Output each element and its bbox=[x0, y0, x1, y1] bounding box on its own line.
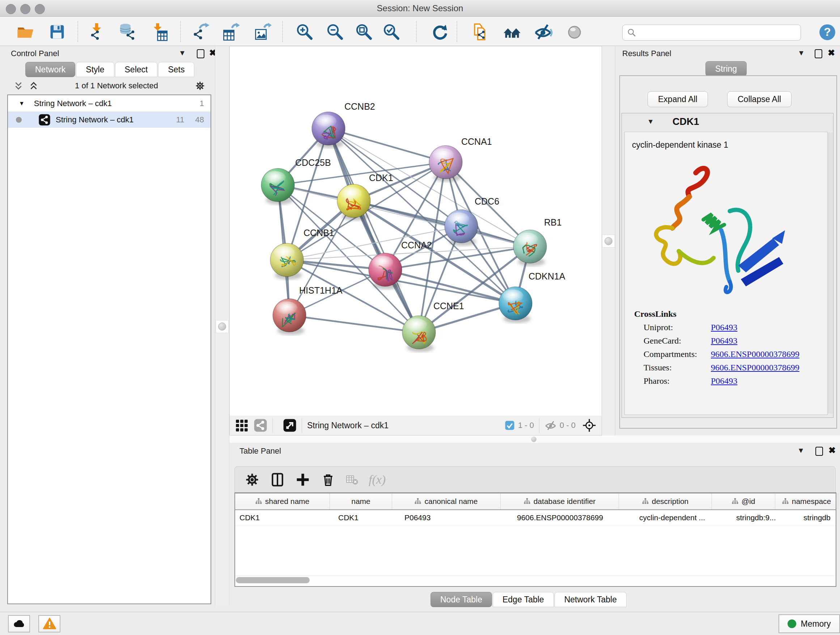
network-collection-row[interactable]: ▼ String Network – cdk1 1 bbox=[8, 95, 210, 111]
column-header-database-identifier[interactable]: database identifier bbox=[501, 494, 619, 509]
export-table-icon[interactable] bbox=[221, 22, 240, 41]
left-splitter-handle[interactable] bbox=[216, 320, 229, 333]
zoom-in-icon[interactable] bbox=[295, 22, 314, 41]
show-all-icon[interactable] bbox=[565, 22, 584, 41]
node-CDC25B[interactable]: CDC25B bbox=[261, 157, 331, 204]
table-cell: CDK1 bbox=[334, 510, 400, 525]
column-header-shared-name[interactable]: shared name bbox=[235, 494, 330, 509]
open-session-icon[interactable] bbox=[16, 22, 35, 41]
network-row[interactable]: String Network – cdk1 11 48 bbox=[8, 111, 210, 128]
tab-node-table[interactable]: Node Table bbox=[431, 592, 492, 607]
node-CDC6[interactable]: CDC6 bbox=[445, 196, 499, 246]
crosslink-row: Compartments: 9606.ENSP00000378699 bbox=[644, 349, 827, 359]
hide-selected-icon[interactable] bbox=[534, 22, 553, 41]
delete-column-icon[interactable] bbox=[320, 472, 336, 488]
node-label-CDK1: CDK1 bbox=[369, 173, 393, 183]
results-scrollbar[interactable] bbox=[829, 133, 833, 413]
node-table: shared namenamecanonical namedatabase id… bbox=[234, 492, 836, 587]
tab-select[interactable]: Select bbox=[115, 62, 158, 77]
control-panel-float-icon[interactable] bbox=[197, 49, 204, 58]
control-panel-collapse-icon[interactable]: ▼ bbox=[179, 49, 186, 57]
add-column-icon[interactable] bbox=[295, 472, 311, 488]
collapse-all-button[interactable]: Collapse All bbox=[727, 91, 791, 107]
grid-mode-icon[interactable] bbox=[235, 418, 248, 432]
selected-checkbox-icon[interactable] bbox=[504, 420, 515, 431]
tab-network-table[interactable]: Network Table bbox=[554, 592, 627, 607]
edge-HIST1H1A-CCNE1[interactable] bbox=[289, 315, 419, 333]
tab-network[interactable]: Network bbox=[25, 62, 75, 77]
duplicate-network-icon[interactable] bbox=[470, 22, 489, 41]
delete-table-icon bbox=[346, 473, 358, 486]
warning-button[interactable] bbox=[38, 615, 60, 632]
search-icon bbox=[627, 28, 636, 37]
warning-icon bbox=[43, 617, 57, 631]
node-label-CCNE1: CCNE1 bbox=[433, 301, 464, 311]
collection-expand-icon[interactable]: ▼ bbox=[19, 100, 25, 107]
node-table-body: CDK1CDK1P064939606.ENSP00000378699cyclin… bbox=[235, 510, 836, 526]
node-HIST1H1A[interactable]: HIST1H1A bbox=[273, 285, 343, 335]
first-neighbors-icon[interactable] bbox=[503, 22, 522, 41]
table-scrollbar-thumb[interactable] bbox=[236, 577, 309, 583]
expand-all-button[interactable]: Expand All bbox=[647, 91, 708, 107]
crosslink-link[interactable]: P06493 bbox=[711, 376, 737, 386]
zoom-selected-icon[interactable] bbox=[382, 22, 401, 41]
results-panel-collapse-icon[interactable]: ▼ bbox=[798, 49, 805, 57]
node-CCNB2[interactable]: CCNB2 bbox=[312, 101, 375, 148]
tab-string[interactable]: String bbox=[706, 61, 747, 76]
node-CDKN1A[interactable]: CDKN1A bbox=[499, 271, 565, 323]
import-table-icon[interactable] bbox=[150, 22, 169, 41]
import-database-icon[interactable] bbox=[118, 22, 137, 41]
crosslink-link[interactable]: 9606.ENSP00000378699 bbox=[711, 349, 799, 359]
save-session-icon[interactable] bbox=[48, 22, 66, 41]
column-header-namespace[interactable]: namespace bbox=[775, 494, 838, 509]
results-panel-float-icon[interactable] bbox=[815, 49, 822, 58]
search-field[interactable] bbox=[622, 25, 801, 41]
column-header-description[interactable]: description bbox=[619, 494, 712, 509]
network-mode-icon[interactable] bbox=[254, 418, 267, 432]
tab-style[interactable]: Style bbox=[76, 62, 114, 77]
table-horizontal-scrollbar[interactable] bbox=[235, 576, 834, 585]
refresh-icon[interactable] bbox=[431, 22, 449, 41]
tab-sets[interactable]: Sets bbox=[158, 62, 194, 77]
expand-all-icon[interactable] bbox=[29, 81, 38, 90]
memory-button[interactable]: Memory bbox=[778, 614, 840, 633]
cdk1-collapse-icon[interactable]: ▼ bbox=[647, 118, 654, 126]
table-row[interactable]: CDK1CDK1P064939606.ENSP00000378699cyclin… bbox=[235, 510, 836, 526]
export-image-icon[interactable] bbox=[253, 22, 272, 41]
horizontal-splitter-handle[interactable] bbox=[531, 437, 537, 442]
network-canvas[interactable]: CCNB2CCNA1CDC25BCDK1CDC6RB1CCNB1CCNA2CDK… bbox=[229, 46, 602, 416]
column-header--id[interactable]: @id bbox=[712, 494, 775, 509]
table-panel-float-icon[interactable] bbox=[815, 447, 823, 456]
table-options-gear-icon[interactable] bbox=[244, 472, 260, 488]
table-cell: cyclin-dependent ... bbox=[635, 510, 732, 525]
export-network-icon[interactable] bbox=[191, 22, 210, 41]
table-panel-collapse-icon[interactable]: ▼ bbox=[797, 447, 805, 455]
import-network-icon[interactable] bbox=[87, 22, 106, 41]
collapse-all-icon[interactable] bbox=[14, 81, 23, 90]
results-panel-close-icon[interactable]: ✖ bbox=[828, 48, 835, 58]
table-panel-close-icon[interactable]: ✖ bbox=[829, 445, 836, 455]
column-header-canonical-name[interactable]: canonical name bbox=[392, 494, 501, 509]
network-graph[interactable]: CCNB2CCNA1CDC25BCDK1CDC6RB1CCNB1CCNA2CDK… bbox=[230, 46, 602, 416]
edge-CCNB2-CCNE1[interactable] bbox=[328, 128, 419, 333]
cloud-button[interactable] bbox=[8, 615, 30, 632]
crosslink-link[interactable]: 9606.ENSP00000378699 bbox=[711, 363, 799, 372]
network-options-gear-icon[interactable] bbox=[195, 80, 205, 91]
show-columns-icon[interactable] bbox=[270, 472, 286, 488]
help-button[interactable]: ? bbox=[818, 23, 836, 41]
table-toolbar: f(x) bbox=[234, 466, 836, 493]
crosslink-link[interactable]: P06493 bbox=[711, 323, 737, 333]
crosshair-icon[interactable] bbox=[582, 418, 597, 432]
search-input[interactable] bbox=[639, 26, 801, 39]
zoom-out-icon[interactable] bbox=[325, 22, 344, 41]
column-header-name[interactable]: name bbox=[330, 494, 392, 509]
tab-edge-table[interactable]: Edge Table bbox=[493, 592, 554, 607]
crosslink-link[interactable]: P06493 bbox=[711, 336, 737, 346]
current-network-name: String Network – cdk1 bbox=[307, 421, 388, 431]
right-splitter-handle[interactable] bbox=[602, 234, 615, 248]
node-CCNE1[interactable]: CCNE1 bbox=[402, 301, 464, 352]
birdseye-view-icon[interactable] bbox=[283, 418, 297, 432]
node-RB1[interactable]: RB1 bbox=[513, 217, 562, 266]
node-CCNA1[interactable]: CCNA1 bbox=[429, 136, 492, 182]
zoom-fit-icon[interactable] bbox=[355, 22, 373, 41]
